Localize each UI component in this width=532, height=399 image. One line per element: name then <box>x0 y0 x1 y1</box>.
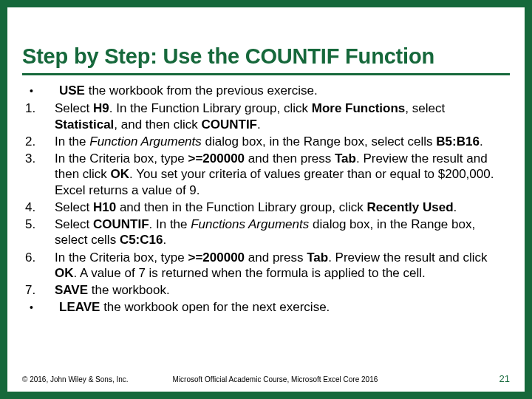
step-item: •LEAVE the workbook open for the next ex… <box>25 299 507 316</box>
page-number: 21 <box>499 373 510 384</box>
bullet-marker: • <box>25 83 55 99</box>
slide-frame: Step by Step: Use the COUNTIF Function •… <box>0 0 532 399</box>
step-text: Select H9. In the Function Library group… <box>50 100 507 132</box>
footer: © 2016, John Wiley & Sons, Inc. Microsof… <box>22 373 510 384</box>
bullet-marker: • <box>25 299 55 316</box>
number-marker: 7. <box>25 282 50 298</box>
step-item: 2.In the Function Arguments dialog box, … <box>25 134 507 149</box>
step-item: 6.In the Criteria box, type >=200000 and… <box>25 250 507 282</box>
step-text: Select H10 and then in the Function Libr… <box>50 200 507 215</box>
copyright: © 2016, John Wiley & Sons, Inc. <box>22 375 129 383</box>
title-rule <box>22 73 510 75</box>
step-list: •USE the workbook from the previous exer… <box>22 83 510 316</box>
step-text: In the Criteria box, type >=200000 and t… <box>50 151 507 198</box>
step-text: SAVE the workbook. <box>50 282 507 298</box>
step-text: In the Criteria box, type >=200000 and p… <box>50 250 507 282</box>
number-marker: 2. <box>25 134 50 149</box>
step-text: In the Function Arguments dialog box, in… <box>50 134 507 149</box>
number-marker: 1. <box>25 100 50 132</box>
number-marker: 5. <box>25 216 50 248</box>
step-text: LEAVE the workbook open for the next exe… <box>55 299 507 316</box>
step-text: Select COUNTIF. In the Functions Argumen… <box>50 216 507 248</box>
course-name: Microsoft Official Academic Course, Micr… <box>173 375 378 383</box>
step-item: 3.In the Criteria box, type >=200000 and… <box>25 151 507 198</box>
number-marker: 3. <box>25 151 50 198</box>
number-marker: 6. <box>25 250 50 282</box>
number-marker: 4. <box>25 200 50 215</box>
step-text: USE the workbook from the previous exerc… <box>55 83 507 99</box>
slide-inner: Step by Step: Use the COUNTIF Function •… <box>7 7 525 316</box>
step-item: 5.Select COUNTIF. In the Functions Argum… <box>25 216 507 248</box>
step-item: 1.Select H9. In the Function Library gro… <box>25 100 507 132</box>
step-item: 4.Select H10 and then in the Function Li… <box>25 200 507 215</box>
slide-title: Step by Step: Use the COUNTIF Function <box>22 44 510 69</box>
step-item: 7.SAVE the workbook. <box>25 282 507 298</box>
step-item: •USE the workbook from the previous exer… <box>25 83 507 99</box>
